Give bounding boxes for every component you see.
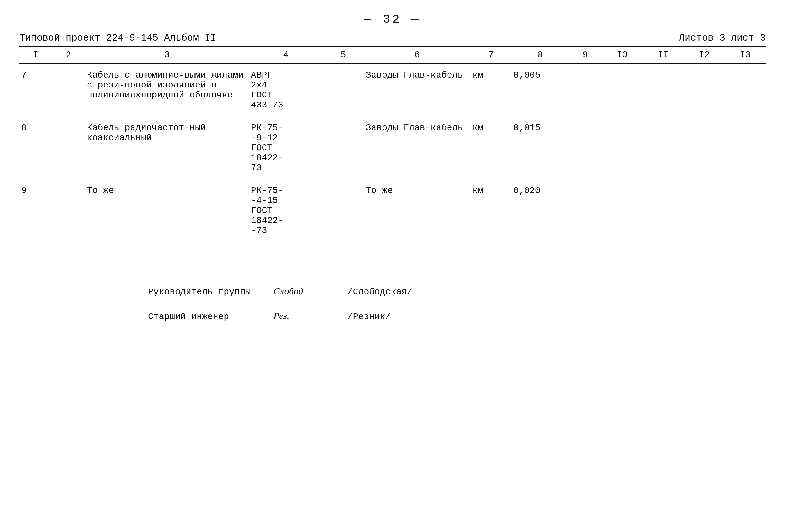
row-7-col13 <box>725 64 766 117</box>
col-header-3: 3 <box>85 47 249 64</box>
row-7-num: 7 <box>19 64 52 117</box>
senior-engineer-label: Старший инженер <box>148 307 264 327</box>
row-8-col4: РК-75- -9-12 ГОСТ 18422- 73 <box>249 117 323 179</box>
table-row: 7 Кабель с алюминие-выми жилами с рези-н… <box>19 64 766 117</box>
row-7-col3: Кабель с алюминие-выми жилами с рези-нов… <box>85 64 249 117</box>
row-9-col10 <box>602 179 642 242</box>
table-row: 8 Кабель радиочастот-ный коаксиальный РК… <box>19 117 766 179</box>
col-header-7: 7 <box>470 47 511 64</box>
row-8-num: 8 <box>19 117 52 179</box>
row-8-col6: Заводы Глав-кабель <box>364 117 470 179</box>
group-leader-line: Руководитель группы Слобод /Слободская/ <box>148 280 766 302</box>
row-9-col8: 0,020 <box>511 179 569 242</box>
row-8-col11 <box>643 117 684 179</box>
row-8-col10 <box>602 117 642 179</box>
row-9-col6: То же <box>364 179 470 242</box>
senior-engineer-handwriting: Рез. <box>274 305 338 327</box>
row-8-col8: 0,015 <box>511 117 569 179</box>
col-header-2: 2 <box>52 47 85 64</box>
row-7-col12 <box>684 64 725 117</box>
row-8-col3: Кабель радиочастот-ный коаксиальный <box>85 117 249 179</box>
row-9-col9 <box>569 179 602 242</box>
col-header-4: 4 <box>249 47 323 64</box>
row-9-col12 <box>684 179 725 242</box>
page-number: — 32 — <box>19 13 766 26</box>
signature-section: Руководитель группы Слобод /Слободская/ … <box>148 280 766 327</box>
row-8-col12 <box>684 117 725 179</box>
header-title: Типовой проект 224-9-145 Альбом II <box>19 32 216 44</box>
col-header-5: 5 <box>323 47 363 64</box>
row-7-col8: 0,005 <box>511 64 569 117</box>
column-header-row: I 2 3 4 5 6 7 8 9 IO II I2 I3 <box>19 47 766 64</box>
row-8-col2 <box>52 117 85 179</box>
main-table: I 2 3 4 5 6 7 8 9 IO II I2 I3 7 Кабель с… <box>19 47 766 242</box>
col-header-10: IO <box>602 47 642 64</box>
col-header-12: I2 <box>684 47 725 64</box>
col-header-6: 6 <box>364 47 470 64</box>
col-header-1: I <box>19 47 52 64</box>
senior-engineer-name: /Резник/ <box>348 307 390 327</box>
col-header-8: 8 <box>511 47 569 64</box>
senior-engineer-line: Старший инженер Рез. /Резник/ <box>148 305 766 327</box>
group-leader-handwriting: Слобод <box>274 280 338 302</box>
row-9-col2 <box>52 179 85 242</box>
row-9-col7: км <box>470 179 511 242</box>
row-9-col3: То же <box>85 179 249 242</box>
col-header-9: 9 <box>569 47 602 64</box>
col-header-13: I3 <box>725 47 766 64</box>
row-8-col9 <box>569 117 602 179</box>
row-7-col2 <box>52 64 85 117</box>
row-7-col11 <box>643 64 684 117</box>
table-row: 9 То же РК-75- -4-15 ГОСТ 18422- -73 То … <box>19 179 766 242</box>
row-9-col13 <box>725 179 766 242</box>
group-leader-label: Руководитель группы <box>148 282 264 302</box>
row-7-col10 <box>602 64 642 117</box>
row-9-num: 9 <box>19 179 52 242</box>
row-7-col5 <box>323 64 363 117</box>
header-sheets: Листов 3 лист 3 <box>679 32 766 44</box>
row-8-col7: км <box>470 117 511 179</box>
group-leader-name: /Слободская/ <box>348 282 412 302</box>
row-8-col5 <box>323 117 363 179</box>
row-9-col5 <box>323 179 363 242</box>
row-7-col6: Заводы Глав-кабель <box>364 64 470 117</box>
row-7-col9 <box>569 64 602 117</box>
row-7-col7: км <box>470 64 511 117</box>
col-header-11: II <box>643 47 684 64</box>
row-7-col4: АВРГ 2х4 ГОСТ 433-73 <box>249 64 323 117</box>
row-8-col13 <box>725 117 766 179</box>
row-9-col4: РК-75- -4-15 ГОСТ 18422- -73 <box>249 179 323 242</box>
row-9-col11 <box>643 179 684 242</box>
